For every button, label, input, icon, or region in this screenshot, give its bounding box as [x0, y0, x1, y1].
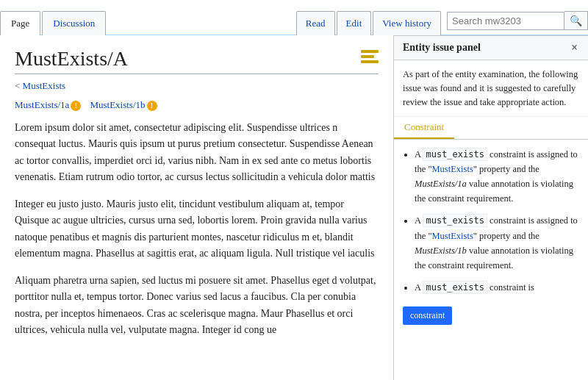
sublink-1: MustExists/1a!	[15, 99, 81, 111]
property-link-2[interactable]: MustExists	[432, 231, 473, 241]
breadcrumb: < MustExists	[15, 80, 379, 92]
search-form: 🔍	[447, 11, 588, 30]
entity-issue-panel: Entity issue panel × As part of the enti…	[393, 35, 588, 380]
top-navigation: Page Discussion Read Edit View history 🔍	[0, 0, 588, 35]
issue-panel-close-button[interactable]: ×	[570, 42, 579, 54]
value-italic-2: MustExists/1b	[415, 245, 467, 256]
issue-panel-body: A must_exists constraint is assigned to …	[394, 140, 588, 380]
issue-panel-tabs: Constraint	[394, 117, 588, 140]
paragraph-3: Aliquam pharetra urna sapien, sed luctus…	[15, 273, 379, 339]
tab-view-history[interactable]: View history	[373, 11, 441, 35]
issue-item-3: A must_exists constraint is	[415, 280, 579, 295]
sublinks: MustExists/1a! MustExists/1b!	[15, 99, 379, 111]
code-3: must_exists	[423, 281, 487, 294]
constraint-badge[interactable]: constraint	[403, 306, 452, 325]
breadcrumb-link[interactable]: MustExists	[23, 80, 66, 91]
tab-constraint[interactable]: Constraint	[394, 117, 454, 139]
tab-read[interactable]: Read	[296, 11, 335, 35]
sublink-2: MustExists/1b!	[90, 99, 157, 111]
suffix-3: constraint is	[490, 282, 534, 293]
property-link-1[interactable]: MustExists	[432, 164, 473, 174]
issue-panel-description: As part of the entity examination, the f…	[394, 60, 588, 117]
article-title-container: MustExists/A	[15, 47, 379, 74]
tab-edit[interactable]: Edit	[337, 11, 372, 35]
icon-bar-1	[361, 50, 379, 53]
tab-discussion[interactable]: Discussion	[42, 11, 106, 35]
code-1: must_exists	[423, 148, 487, 161]
article-title-text: MustExists/A	[15, 47, 128, 71]
entity-icon[interactable]	[361, 50, 379, 68]
nav-right-tabs: Read Edit View history 🔍	[295, 0, 588, 35]
article: MustExists/A < MustExists MustExists/1a!…	[0, 35, 393, 380]
issue-panel-header: Entity issue panel ×	[394, 36, 588, 60]
paragraph-2: Integer eu justo justo. Mauris justo eli…	[15, 196, 379, 262]
icon-bar-3	[361, 60, 379, 63]
issue-list: A must_exists constraint is assigned to …	[403, 147, 579, 295]
warning-icon-1a: !	[71, 101, 81, 111]
nav-left-tabs: Page Discussion	[0, 0, 107, 35]
sublink-1b[interactable]: MustExists/1b	[90, 99, 145, 110]
search-input[interactable]	[447, 12, 564, 30]
sublink-1a[interactable]: MustExists/1a	[15, 99, 69, 110]
tab-page[interactable]: Page	[0, 11, 40, 35]
issue-panel-title: Entity issue panel	[403, 42, 481, 54]
code-2: must_exists	[423, 214, 487, 227]
value-italic-1: MustExists/1a	[415, 179, 467, 189]
breadcrumb-prefix: <	[15, 80, 23, 91]
warning-icon-1b: !	[147, 101, 157, 111]
paragraph-1: Lorem ipsum dolor sit amet, consectetur …	[15, 120, 379, 186]
search-button[interactable]: 🔍	[564, 11, 588, 30]
icon-bar-2	[361, 55, 374, 58]
article-text: Lorem ipsum dolor sit amet, consectetur …	[15, 120, 379, 339]
issue-item-1: A must_exists constraint is assigned to …	[415, 147, 579, 206]
issue-item-2: A must_exists constraint is assigned to …	[415, 213, 579, 272]
main-content: MustExists/A < MustExists MustExists/1a!…	[0, 35, 588, 380]
